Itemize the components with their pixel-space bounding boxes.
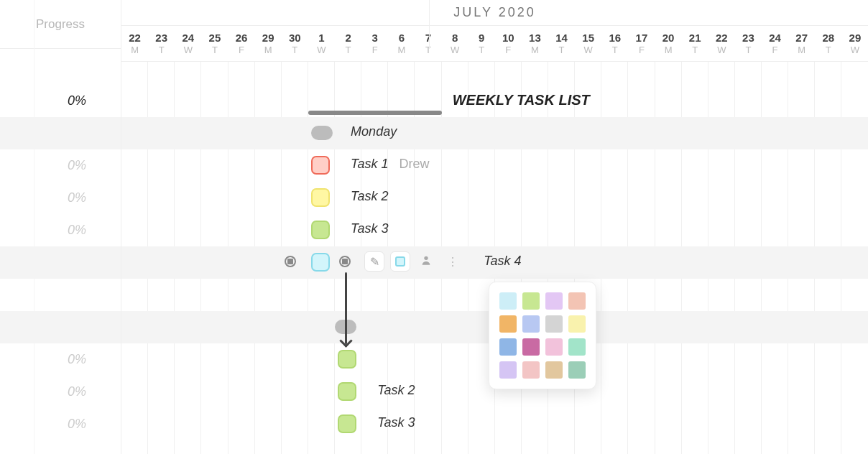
date-cell[interactable]: 22W xyxy=(708,26,735,61)
date-cell[interactable]: 15W xyxy=(575,26,601,61)
date-cell[interactable]: 8W xyxy=(442,26,468,61)
svg-point-0 xyxy=(425,256,428,260)
date-cell[interactable]: 9T xyxy=(468,26,495,61)
gantt-row: Task 3 xyxy=(121,214,868,246)
user-icon xyxy=(420,254,432,269)
date-cell[interactable]: 21T xyxy=(682,26,708,61)
color-icon xyxy=(395,256,405,267)
date-cell[interactable]: 10F xyxy=(495,26,522,61)
date-cell[interactable]: 2T xyxy=(335,26,361,61)
color-swatch[interactable] xyxy=(545,315,563,333)
task-label: Task 2 xyxy=(377,383,415,398)
task-label: Task 1Drew xyxy=(351,157,429,172)
date-cell[interactable]: 23T xyxy=(735,26,762,61)
pencil-icon: ✎ xyxy=(370,255,379,269)
gantt-row: WEEKLY TASK LIST xyxy=(121,85,868,117)
date-cell[interactable]: 29W xyxy=(841,26,868,61)
date-cell[interactable]: 6M xyxy=(388,26,415,61)
task-bar[interactable] xyxy=(338,350,356,369)
date-cell[interactable]: 26F xyxy=(228,26,255,61)
date-cell[interactable]: 29M xyxy=(255,26,282,61)
date-cell[interactable]: 3F xyxy=(361,26,388,61)
date-cell[interactable]: 30T xyxy=(282,26,308,61)
dependency-arrow xyxy=(345,272,347,344)
date-cell[interactable]: 22M xyxy=(121,26,148,61)
parent-gantt-bar[interactable] xyxy=(308,111,442,115)
gantt-row: ✎⋮Task 4 xyxy=(121,246,868,279)
date-cell[interactable]: 24F xyxy=(762,26,788,61)
color-swatch[interactable] xyxy=(522,361,540,379)
color-swatch[interactable] xyxy=(568,361,586,379)
task-bar[interactable] xyxy=(311,221,330,239)
date-cell[interactable]: 20M xyxy=(655,26,682,61)
date-cell[interactable]: 14T xyxy=(548,26,575,61)
color-button[interactable] xyxy=(390,251,410,272)
month-header: JULY 2020 xyxy=(121,0,868,26)
parent-title: WEEKLY TASK LIST xyxy=(453,92,590,108)
color-swatch[interactable] xyxy=(499,338,517,356)
task-label: Task 3 xyxy=(377,415,415,430)
date-cell[interactable]: 27M xyxy=(788,26,815,61)
date-cell[interactable]: 16T xyxy=(601,26,628,61)
color-picker-panel xyxy=(489,282,596,389)
more-button[interactable]: ⋮ xyxy=(442,251,462,272)
color-swatch[interactable] xyxy=(545,338,563,356)
date-cell[interactable]: 25T xyxy=(201,26,228,61)
color-swatch[interactable] xyxy=(545,361,563,379)
color-swatch[interactable] xyxy=(522,315,540,333)
color-swatch[interactable] xyxy=(499,315,517,333)
date-cell[interactable]: 28T xyxy=(815,26,841,61)
task-label: Task 4 xyxy=(484,254,521,269)
task-label: Monday xyxy=(351,124,397,139)
date-cell[interactable]: 23T xyxy=(148,26,175,61)
more-icon: ⋮ xyxy=(447,255,458,269)
color-swatch[interactable] xyxy=(545,292,563,310)
task-label: Task 3 xyxy=(351,221,388,236)
gantt-row: Task 1Drew xyxy=(121,149,868,182)
date-cell[interactable]: 1W xyxy=(308,26,335,61)
task-bar[interactable] xyxy=(311,188,330,207)
color-swatch[interactable] xyxy=(568,292,586,310)
drag-handle-right-icon[interactable] xyxy=(339,256,351,267)
task-bar[interactable] xyxy=(311,156,330,175)
task-bar[interactable] xyxy=(338,382,356,401)
progress-column-header: Progress xyxy=(0,0,121,49)
date-cell[interactable]: 13M xyxy=(522,26,548,61)
color-swatch[interactable] xyxy=(522,338,540,356)
timeline-date-header: 22M23T24W25T26F29M30T1W2T3F6M7T8W9T10F13… xyxy=(121,26,868,62)
date-cell[interactable]: 7T xyxy=(415,26,441,61)
gantt-row: Task 3 xyxy=(121,408,868,440)
color-swatch[interactable] xyxy=(499,361,517,379)
task-bar[interactable] xyxy=(311,253,330,272)
assign-button[interactable] xyxy=(416,251,436,272)
task-bar[interactable] xyxy=(311,126,333,140)
task-label: Task 2 xyxy=(351,189,388,204)
date-cell[interactable]: 17F xyxy=(628,26,655,61)
task-assignee: Drew xyxy=(399,157,429,171)
color-swatch[interactable] xyxy=(568,338,586,356)
gantt-row: Task 2 xyxy=(121,182,868,214)
date-cell[interactable]: 24W xyxy=(175,26,201,61)
drag-handle-left-icon[interactable] xyxy=(285,256,296,267)
task-bar[interactable] xyxy=(338,414,356,433)
task-toolbar: ✎⋮ xyxy=(364,251,462,272)
edit-button[interactable]: ✎ xyxy=(364,251,384,272)
color-swatch[interactable] xyxy=(499,292,517,310)
color-swatch[interactable] xyxy=(522,292,540,310)
color-swatch[interactable] xyxy=(568,315,586,333)
gantt-row: Monday xyxy=(121,117,868,149)
